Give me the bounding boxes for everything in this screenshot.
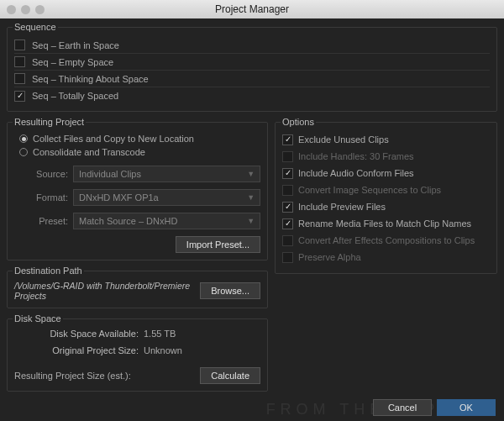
- original-size-value: Unknown: [144, 345, 182, 360]
- radio-collect-files[interactable]: Collect Files and Copy to New Location: [19, 132, 260, 145]
- chevron-down-icon: ▼: [247, 170, 255, 178]
- radio-label: Collect Files and Copy to New Location: [33, 134, 194, 144]
- disk-available-label: Disk Space Available:: [14, 329, 139, 344]
- option-row: Convert Image Sequences to Clips: [282, 182, 490, 197]
- option-label: Include Audio Conform Files: [298, 168, 414, 178]
- destination-path-panel: Destination Path /Volumes/G-RAID with Th…: [7, 266, 268, 308]
- option-checkbox: [282, 185, 293, 196]
- sequence-checkbox[interactable]: [14, 39, 25, 50]
- destination-path-text: /Volumes/G-RAID with Thunderbolt/Premier…: [14, 281, 193, 301]
- resulting-project-panel: Resulting Project Collect Files and Copy…: [7, 117, 268, 260]
- source-label: Source:: [14, 169, 68, 179]
- option-checkbox: [282, 151, 293, 162]
- radio-consolidate[interactable]: Consolidate and Transcode: [19, 145, 260, 159]
- source-dropdown[interactable]: Individual Clips ▼: [73, 166, 260, 182]
- sequence-label: Seq – Empty Space: [32, 57, 113, 67]
- option-checkbox: [282, 235, 293, 246]
- browse-button[interactable]: Browse...: [200, 282, 260, 299]
- disk-available-value: 1.55 TB: [144, 329, 176, 344]
- option-label: Convert Image Sequences to Clips: [298, 185, 441, 195]
- minimize-window-icon[interactable]: [21, 5, 30, 14]
- option-row[interactable]: Exclude Unused Clips: [282, 132, 490, 147]
- window-title: Project Manager: [215, 3, 289, 15]
- disk-space-panel: Disk Space Disk Space Available: 1.55 TB…: [7, 313, 268, 392]
- format-label: Format:: [14, 192, 68, 203]
- options-panel: Options Exclude Unused ClipsInclude Hand…: [275, 117, 497, 274]
- dropdown-value: Match Source – DNxHD: [79, 216, 177, 226]
- option-checkbox[interactable]: [282, 202, 293, 213]
- option-label: Convert After Effects Compositions to Cl…: [298, 235, 475, 245]
- sequence-row[interactable]: Seq – Empty Space: [14, 54, 490, 71]
- sequence-panel: Sequence Seq – Earth in Space Seq – Empt…: [7, 22, 497, 112]
- option-row[interactable]: Include Preview Files: [282, 199, 490, 214]
- option-label: Rename Media Files to Match Clip Names: [298, 218, 471, 229]
- sequence-row[interactable]: Seq – Earth in Space: [14, 37, 490, 54]
- option-label: Include Preview Files: [298, 202, 386, 212]
- options-legend: Options: [281, 117, 316, 127]
- sequence-checkbox[interactable]: [14, 73, 25, 84]
- diskspace-legend: Disk Space: [13, 313, 63, 324]
- option-checkbox[interactable]: [282, 134, 293, 145]
- sequence-row[interactable]: Seq – Thinking About Space: [14, 71, 490, 87]
- chevron-down-icon: ▼: [247, 193, 255, 202]
- calculate-button[interactable]: Calculate: [200, 367, 260, 384]
- ok-button[interactable]: OK: [437, 399, 496, 416]
- radio-icon[interactable]: [19, 134, 28, 143]
- close-window-icon[interactable]: [7, 5, 16, 14]
- option-row[interactable]: Rename Media Files to Match Clip Names: [282, 216, 490, 231]
- option-label: Include Handles: 30 Frames: [298, 151, 414, 161]
- preset-label: Preset:: [14, 216, 68, 226]
- original-size-label: Original Project Size:: [14, 345, 139, 360]
- option-label: Preserve Alpha: [298, 252, 361, 262]
- dropdown-value: Individual Clips: [79, 169, 141, 179]
- option-checkbox: [282, 252, 293, 263]
- radio-label: Consolidate and Transcode: [33, 147, 145, 157]
- zoom-window-icon[interactable]: [35, 5, 45, 14]
- sequence-label: Seq – Thinking About Space: [32, 74, 149, 84]
- chevron-down-icon: ▼: [247, 217, 255, 225]
- radio-icon[interactable]: [19, 148, 28, 156]
- option-checkbox[interactable]: [282, 218, 293, 229]
- option-checkbox[interactable]: [282, 168, 293, 179]
- sequence-label: Seq – Earth in Space: [32, 40, 119, 50]
- cancel-button[interactable]: Cancel: [373, 399, 432, 416]
- title-bar: Project Manager: [0, 0, 504, 18]
- option-row[interactable]: Include Audio Conform Files: [282, 166, 490, 181]
- option-row: Include Handles: 30 Frames: [282, 149, 490, 164]
- option-row: Convert After Effects Compositions to Cl…: [282, 233, 490, 248]
- import-preset-button[interactable]: Import Preset...: [176, 236, 260, 253]
- sequence-legend: Sequence: [13, 22, 58, 32]
- sequence-row[interactable]: Seq – Totally Spaced: [14, 87, 490, 104]
- sequence-label: Seq – Totally Spaced: [32, 91, 118, 101]
- result-size-label: Resulting Project Size (est.):: [14, 371, 131, 381]
- sequence-checkbox[interactable]: [14, 56, 25, 67]
- option-label: Exclude Unused Clips: [298, 134, 389, 145]
- dropdown-value: DNxHD MXF OP1a: [79, 192, 159, 203]
- resulting-legend: Resulting Project: [13, 117, 86, 127]
- sequence-checkbox[interactable]: [14, 91, 25, 102]
- preset-dropdown[interactable]: Match Source – DNxHD ▼: [73, 213, 260, 229]
- option-row: Preserve Alpha: [282, 250, 490, 265]
- format-dropdown[interactable]: DNxHD MXF OP1a ▼: [73, 189, 260, 206]
- destination-legend: Destination Path: [13, 266, 84, 276]
